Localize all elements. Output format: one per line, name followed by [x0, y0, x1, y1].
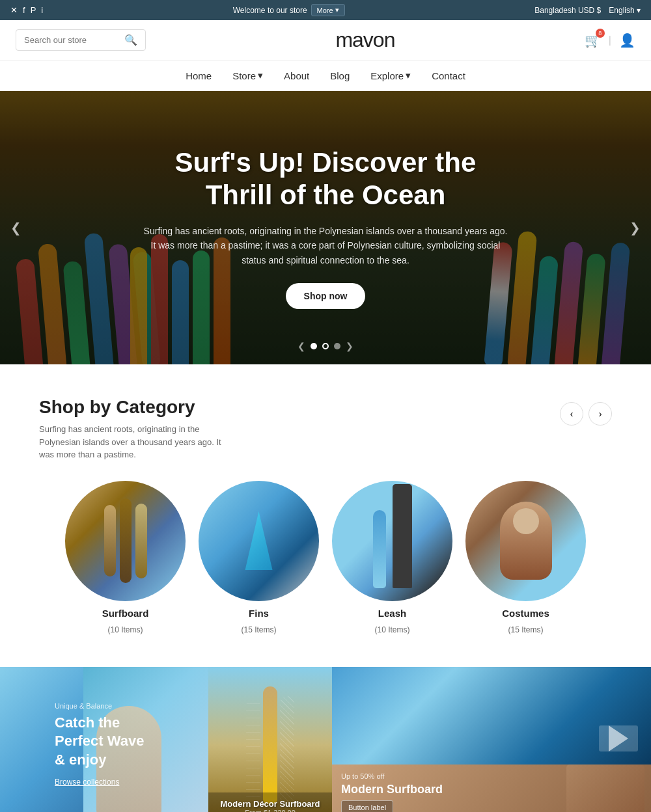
dots-prev[interactable]: ❮ [298, 341, 305, 351]
facebook-icon[interactable]: f [23, 5, 25, 15]
hero-section: Surf's Up! Discover the Thrill of the Oc… [0, 91, 651, 364]
categories-grid: Surfboard (10 Items) Fins (15 Items) [39, 481, 612, 634]
banner-mid-label: Modern Décor Surfboard [215, 799, 326, 809]
banner-button-label[interactable]: Button label [341, 800, 393, 812]
categories-prev-button[interactable]: ‹ [560, 402, 583, 426]
banner-discount: Up to 50% off Modern Surfboard Button la… [332, 765, 651, 813]
category-costumes-count: (15 Items) [508, 625, 543, 634]
category-fins-name: Fins [249, 608, 269, 619]
top-bar: ✕ f P i Welcome to our store More ▾ Bang… [0, 0, 651, 20]
category-surfboard[interactable]: Surfboard (10 Items) [65, 481, 186, 634]
divider: | [609, 34, 611, 46]
nav-contact[interactable]: Contact [432, 70, 465, 81]
welcome-text: Welcome to our store [233, 6, 307, 15]
hero-title: Surf's Up! Discover the Thrill of the Oc… [143, 146, 508, 212]
section-title: Shop by Category [39, 397, 221, 418]
social-icons: ✕ f P i [10, 5, 43, 15]
dot-1[interactable] [311, 343, 317, 349]
category-fins[interactable]: Fins (15 Items) [199, 481, 319, 634]
header: 🔍 mavon 🛒 8 | 👤 [0, 20, 651, 61]
discount-badge: Up to 50% off [341, 772, 642, 780]
banner-browse-link[interactable]: Browse collections [55, 778, 119, 787]
main-nav: Home Store ▾ About Blog Explore ▾ Contac… [0, 61, 651, 91]
banner-video[interactable]: ▶ PLAY VIDEO [332, 667, 651, 765]
top-bar-right: Bangladesh USD $ English ▾ [534, 6, 641, 15]
banner-mid-sublabel: From $1,320.00 [215, 809, 326, 813]
hero-prev-arrow[interactable]: ❮ [10, 220, 21, 236]
logo[interactable]: mavon [335, 28, 395, 52]
dots-next[interactable]: ❯ [346, 341, 353, 351]
banner-section: Unique & Balance Catch the Perfect Wave … [0, 667, 651, 813]
nav-store[interactable]: Store ▾ [232, 70, 263, 81]
section-header: Shop by Category Surfing has ancient roo… [39, 397, 612, 461]
region-selector[interactable]: Bangladesh USD $ [534, 6, 601, 15]
banner-left-title: Catch the Perfect Wave & enjoy [55, 714, 154, 770]
more-button[interactable]: More ▾ [311, 4, 345, 16]
nav-explore[interactable]: Explore ▾ [370, 70, 411, 81]
header-icons: 🛒 8 | 👤 [585, 33, 635, 48]
category-leash-name: Leash [378, 608, 406, 619]
banner-right: ▶ PLAY VIDEO Up to 50% off Modern Surfbo… [332, 667, 651, 813]
chevron-down-icon: ▾ [335, 6, 339, 14]
section-navigation: ‹ › [560, 402, 612, 426]
category-fins-count: (15 Items) [241, 625, 276, 634]
banner-left-content: Unique & Balance Catch the Perfect Wave … [39, 689, 169, 801]
nav-about[interactable]: About [284, 70, 309, 81]
section-description: Surfing has ancient roots, originating i… [39, 423, 221, 461]
store-chevron-icon: ▾ [258, 70, 263, 81]
language-selector[interactable]: English ▾ [609, 6, 641, 15]
category-costumes-image [465, 481, 586, 601]
hero-next-arrow[interactable]: ❯ [630, 220, 641, 236]
section-header-left: Shop by Category Surfing has ancient roo… [39, 397, 221, 461]
category-fins-image [199, 481, 319, 601]
search-input[interactable] [24, 35, 119, 45]
category-surfboard-name: Surfboard [102, 608, 149, 619]
cart-button[interactable]: 🛒 8 [585, 33, 601, 48]
category-costumes-name: Costumes [502, 608, 549, 619]
instagram-icon[interactable]: i [41, 5, 43, 15]
explore-chevron-icon: ▾ [406, 70, 411, 81]
banner-mid[interactable]: Modern Décor Surfboard From $1,320.00 [208, 667, 332, 813]
category-leash-count: (10 Items) [374, 625, 409, 634]
banner-unique-label: Unique & Balance [55, 702, 154, 710]
dot-3[interactable] [334, 343, 340, 349]
category-surfboard-image [65, 481, 186, 601]
user-icon[interactable]: 👤 [619, 33, 635, 48]
hero-content: Surf's Up! Discover the Thrill of the Oc… [130, 133, 521, 322]
hero-description: Surfing has ancient roots, originating i… [143, 224, 508, 267]
categories-section: Shop by Category Surfing has ancient roo… [0, 364, 651, 667]
pinterest-icon[interactable]: P [31, 5, 36, 15]
categories-next-button[interactable]: › [589, 402, 612, 426]
category-leash[interactable]: Leash (10 Items) [332, 481, 452, 634]
search-icon: 🔍 [124, 34, 137, 46]
nav-home[interactable]: Home [186, 70, 212, 81]
banner-left[interactable]: Unique & Balance Catch the Perfect Wave … [0, 667, 208, 813]
shop-now-button[interactable]: Shop now [286, 283, 366, 309]
top-bar-center: Welcome to our store More ▾ [233, 4, 345, 16]
category-surfboard-count: (10 Items) [107, 625, 143, 634]
category-leash-image [332, 481, 452, 601]
hero-dots: ❮ ❯ [298, 341, 353, 351]
nav-blog[interactable]: Blog [330, 70, 350, 81]
dot-2[interactable] [322, 343, 329, 349]
category-costumes[interactable]: Costumes (15 Items) [465, 481, 586, 634]
search-box[interactable]: 🔍 [16, 29, 146, 51]
twitter-icon[interactable]: ✕ [10, 5, 18, 15]
cart-badge: 8 [596, 29, 605, 38]
